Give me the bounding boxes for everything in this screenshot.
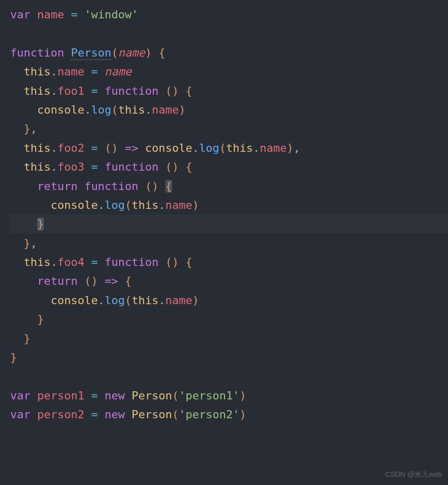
paren-open: ( — [111, 103, 118, 116]
keyword-this: this — [226, 142, 253, 154]
watermark-text: CSDN @米儿web — [385, 469, 442, 481]
arrow-operator: => — [104, 275, 118, 287]
operator: = — [91, 408, 98, 421]
console-object: console — [50, 294, 98, 307]
brace-close: } — [24, 332, 31, 345]
dot: . — [253, 142, 260, 154]
operator: = — [91, 65, 98, 78]
brace-close: } — [24, 237, 31, 250]
property: name — [165, 199, 192, 211]
operator: = — [91, 85, 98, 97]
paren-close: ) — [192, 199, 199, 211]
paren-close: ) — [172, 256, 179, 268]
code-line: } — [10, 310, 448, 329]
code-line: var person1 = new Person('person1') — [10, 386, 448, 405]
keyword-function: function — [104, 85, 158, 97]
string-literal: 'person1' — [179, 389, 239, 402]
keyword-this: this — [118, 103, 145, 116]
brace-close: } — [37, 313, 44, 326]
comma: , — [31, 122, 37, 135]
identifier: name — [37, 8, 64, 21]
method: log — [91, 103, 111, 116]
operator: = — [91, 256, 98, 268]
console-object: console — [50, 199, 98, 211]
property: name — [58, 65, 85, 78]
code-line: }, — [10, 119, 448, 138]
keyword-this: this — [24, 160, 51, 173]
dot: . — [50, 160, 57, 173]
method: log — [104, 294, 125, 307]
brace-open: { — [185, 256, 192, 268]
paren-open: ( — [172, 389, 179, 402]
dot: . — [158, 199, 165, 211]
operator: = — [71, 8, 77, 21]
operator: = — [91, 142, 98, 154]
code-line: var name = 'window' — [10, 5, 448, 24]
paren-close: ) — [287, 142, 293, 154]
identifier: person2 — [37, 408, 85, 421]
code-line: this.name = name — [10, 62, 448, 81]
paren-close: ) — [172, 160, 179, 173]
code-line: return () => { — [10, 272, 448, 290]
code-line: this.foo3 = function () { — [10, 157, 448, 176]
operator: = — [91, 389, 98, 402]
code-line: this.foo4 = function () { — [10, 253, 448, 272]
keyword-var: var — [10, 8, 31, 21]
paren-close: ) — [111, 142, 118, 154]
property: foo1 — [58, 85, 85, 97]
comma: , — [31, 237, 37, 250]
code-line: this.foo1 = function () { — [10, 82, 448, 100]
brace-close-highlighted: } — [37, 218, 44, 230]
paren-close: ) — [192, 294, 199, 307]
code-line: var person2 = new Person('person2') — [10, 405, 448, 424]
identifier: name — [104, 65, 131, 78]
paren-close: ) — [179, 103, 185, 116]
paren-open: ( — [172, 408, 179, 421]
code-line: }, — [10, 234, 448, 253]
class-name: Person — [131, 389, 172, 402]
parameter: name — [118, 46, 145, 59]
paren-open: ( — [165, 256, 172, 268]
code-line-blank — [10, 367, 448, 386]
brace-close: } — [10, 351, 17, 364]
paren-open: ( — [165, 85, 172, 97]
paren-close: ) — [239, 389, 246, 402]
keyword-function: function — [85, 180, 138, 193]
dot: . — [50, 85, 57, 97]
keyword-this: this — [131, 294, 158, 307]
paren-open: ( — [85, 275, 91, 287]
dot: . — [50, 256, 57, 268]
paren-open: ( — [125, 294, 131, 307]
current-line-highlight — [10, 214, 448, 233]
keyword-new: new — [104, 389, 125, 402]
string-literal: 'person2' — [179, 408, 239, 421]
class-name: Person — [131, 408, 172, 421]
paren-close: ) — [172, 85, 179, 97]
property: foo3 — [58, 160, 85, 173]
dot: . — [50, 142, 57, 154]
comma: , — [293, 142, 300, 154]
method: log — [104, 199, 125, 211]
dot: . — [98, 294, 104, 307]
paren-close: ) — [91, 275, 98, 287]
code-line: this.foo2 = () => console.log(this.name)… — [10, 139, 448, 157]
code-line: function Person(name) { — [10, 43, 448, 62]
paren-close: ) — [152, 180, 158, 193]
code-editor[interactable]: var name = 'window' function Person(name… — [0, 5, 448, 424]
console-object: console — [145, 142, 192, 154]
keyword-this: this — [24, 142, 51, 154]
code-line: console.log(this.name) — [10, 100, 448, 119]
dot: . — [145, 103, 152, 116]
keyword-function: function — [10, 46, 64, 59]
keyword-var: var — [10, 389, 31, 402]
code-line: console.log(this.name) — [10, 196, 448, 214]
paren-open: ( — [125, 199, 131, 211]
keyword-var: var — [10, 408, 31, 421]
function-name: Person — [71, 46, 111, 60]
keyword-this: this — [24, 85, 51, 97]
console-object: console — [37, 103, 85, 116]
operator: = — [91, 160, 98, 173]
dot: . — [98, 199, 104, 211]
keyword-new: new — [104, 408, 125, 421]
paren-close: ) — [145, 46, 152, 59]
